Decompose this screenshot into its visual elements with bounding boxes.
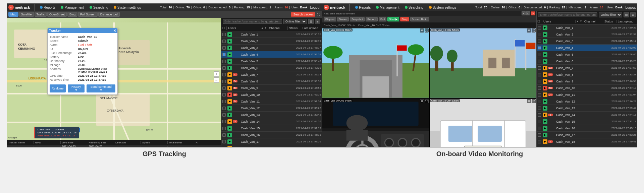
tracker-row[interactable]: ▶ Cash_Van_1 2021-04-23 17:30:35 xyxy=(537,24,637,31)
tracker-row[interactable]: ▶ 34 Cash_Van_8 2021-04-23 17:33:38 xyxy=(537,71,637,78)
tracker-checkbox[interactable] xyxy=(537,46,542,50)
checkbox-input[interactable] xyxy=(222,127,226,130)
checkbox-input[interactable] xyxy=(222,73,226,76)
tracker-row[interactable]: ▶ 12 Cash_Van_7 2021-04-23 17:37:53 xyxy=(537,65,637,71)
satellite-tool-btn[interactable]: Satellite xyxy=(19,12,34,17)
distance-tool-btn[interactable]: Distance tool xyxy=(98,12,120,17)
tracker-checkbox[interactable] xyxy=(221,133,227,137)
checkbox-input[interactable] xyxy=(222,53,226,56)
checkbox-input[interactable] xyxy=(538,127,541,130)
checkbox-input[interactable] xyxy=(538,73,541,76)
tracker-checkbox[interactable] xyxy=(221,40,227,43)
cam1-fullscreen-icon[interactable]: ⛶ xyxy=(425,28,429,33)
realtime-btn[interactable]: Realtime xyxy=(50,84,66,92)
checkbox-input[interactable] xyxy=(222,93,226,96)
full-btn[interactable]: Full xyxy=(379,17,386,21)
tracker-checkbox[interactable] xyxy=(537,26,542,29)
checkbox-input[interactable] xyxy=(222,100,226,103)
checkbox-input[interactable] xyxy=(222,107,226,110)
tracker-row[interactable]: ▶ Cash_Van_6 2021-04-23 17:49:20 xyxy=(537,58,637,65)
tracker-row[interactable]: ▶ Cash_Van_16 2021-04-23 17:45:13 xyxy=(221,132,322,138)
tracker-row[interactable]: ▶ Cash_Van_12 2021-04-23 17:36:22 xyxy=(221,105,322,112)
tracker-row[interactable]: ▶ Cash_Van_2 2021-04-23 17:32:39 xyxy=(221,38,322,45)
tracker-row[interactable]: ▶ Cash_Van_6 2021-04-23 17:49:20 xyxy=(221,65,322,71)
fullscreen-tool-btn[interactable]: Full Screen xyxy=(78,12,98,17)
nav-reports-right[interactable]: Reports xyxy=(354,6,372,9)
checkbox-input[interactable] xyxy=(538,133,541,137)
tracker-row[interactable]: ▶ 24 Cash_Van_11 2021-04-23 17:51:04 xyxy=(221,98,322,105)
tracker-checkbox[interactable] xyxy=(221,120,227,123)
tracker-checkbox[interactable] xyxy=(537,93,542,96)
tracker-checkbox[interactable] xyxy=(221,53,227,56)
minimize-icon[interactable]: − xyxy=(522,11,526,15)
map-tool-btn[interactable]: Map xyxy=(8,12,18,17)
checkbox-input[interactable] xyxy=(538,33,541,36)
tracker-row[interactable]: ▶ Cash_Van_13 2021-04-23 17:39:42 xyxy=(221,112,322,118)
tracker-row[interactable]: ▶ Cash_Van_15 2021-04-23 17:31:19 xyxy=(537,118,637,125)
tracker-checkbox[interactable] xyxy=(537,66,542,70)
tracker-row[interactable]: ▶ Cash_Van_3 2021-04-23 17:45:17 xyxy=(221,45,322,51)
zoom-in-btn[interactable]: + xyxy=(214,71,219,77)
tracker-checkbox[interactable] xyxy=(537,40,542,43)
tracker-filter-select-left[interactable]: Online filter xyxy=(283,19,307,24)
tracker-checkbox[interactable] xyxy=(221,147,227,148)
tracker-checkbox[interactable] xyxy=(221,66,227,70)
checkbox-input[interactable] xyxy=(222,80,226,83)
snapshot-btn[interactable]: Snapshot xyxy=(350,17,365,21)
tracker-row[interactable]: ▶ Cash_Van_4 2021-04-23 17:52:09 xyxy=(537,45,637,51)
panel-grid-btn-right[interactable]: ⊞ xyxy=(624,12,629,17)
checkbox-input[interactable] xyxy=(538,86,541,90)
tracker-row[interactable]: ▶ 24 Cash_Van_11 2021-04-23 17:51:04 xyxy=(537,91,637,98)
stream-btn[interactable]: Stream xyxy=(337,17,349,21)
tracker-row[interactable]: ▶ 58 Cash_Van_10 2021-04-23 17:47:19 xyxy=(537,85,637,91)
map-area[interactable]: KOTA KEMUNING TAMAN EQUINE Universiti Pu… xyxy=(7,18,221,147)
sort-down-btn-right[interactable]: ▼ xyxy=(580,20,582,23)
tracker-checkbox[interactable] xyxy=(537,86,542,90)
nav-reports-left[interactable]: Reports xyxy=(39,6,57,9)
traffic-tool-btn[interactable]: Traffic xyxy=(35,12,47,17)
cam4-fullscreen-icon[interactable]: ⛶ xyxy=(532,99,536,103)
history-btn[interactable]: History ▼ xyxy=(68,84,85,92)
zoom-out-btn[interactable]: − xyxy=(214,77,219,83)
cam2-settings-icon[interactable]: ⚙ xyxy=(527,28,531,33)
tracker-checkbox[interactable] xyxy=(537,60,542,63)
tracker-checkbox[interactable] xyxy=(221,86,227,90)
cam3-settings-icon[interactable]: ⚙ xyxy=(420,99,424,103)
tracker-row[interactable]: ▶ 12 Cash_Van_7 2021-04-23 17:37:53 xyxy=(221,71,322,78)
maximize-icon[interactable]: □ xyxy=(526,11,530,15)
stop-btn[interactable]: Stop xyxy=(400,17,409,21)
tracker-checkbox[interactable] xyxy=(221,33,227,36)
tracker-row[interactable]: ▶ Cash_Van_4 2021-04-23 17:52:09 xyxy=(221,51,322,58)
send-command-btn[interactable]: Send command ▼ xyxy=(87,84,115,92)
tracker-row[interactable]: ▶ Cash_Van_1 2021-04-23 17:30:35 xyxy=(221,31,322,38)
tracker-row[interactable]: ▶ 40 Cash_Van_9 2021-04-23 17:46:58 xyxy=(221,85,322,91)
checkbox-input[interactable] xyxy=(222,140,226,143)
tracker-checkbox[interactable] xyxy=(537,80,542,83)
checkbox-input[interactable] xyxy=(538,100,541,103)
tracker-checkbox[interactable] xyxy=(221,80,227,83)
tracker-checkbox[interactable] xyxy=(221,113,227,117)
tracker-row[interactable]: ▶ 5 Cash_Van_14 2021-04-23 17:44:16 xyxy=(537,112,637,118)
checkbox-input[interactable] xyxy=(538,80,541,83)
tracker-checkbox[interactable] xyxy=(537,53,542,56)
tracker-checkbox[interactable] xyxy=(537,73,542,76)
players-btn[interactable]: Players xyxy=(324,17,336,21)
checkbox-input[interactable] xyxy=(222,133,226,137)
nav-settings-right[interactable]: System settings xyxy=(428,6,458,9)
panel-grid-btn-left[interactable]: ⊞ xyxy=(308,19,314,24)
checkbox-input[interactable] xyxy=(538,46,541,50)
tracker-filter-select-right[interactable]: Online filter xyxy=(599,12,622,17)
tracker-row[interactable]: ▶ 1 Cash_Van_18 2021-04-23 17:49:41 xyxy=(537,138,637,145)
tracker-row[interactable]: ▶ Cash_Van_16 2021-04-23 17:45:13 xyxy=(537,125,637,132)
openstreet-tool-btn[interactable]: OpenStreet xyxy=(47,12,67,17)
panel-list-btn-right[interactable]: ≡ xyxy=(630,12,636,17)
tracker-row[interactable]: ▶ Cash_Van_2 2021-04-23 17:32:39 xyxy=(537,31,637,38)
tracker-checkbox[interactable] xyxy=(221,60,227,63)
sort-up-btn[interactable]: ▲ xyxy=(261,26,264,29)
tracker-row[interactable]: ▶ 1 Cash_Van_18 2021-04-23 17:49:41 xyxy=(221,145,322,147)
checkbox-input[interactable] xyxy=(222,60,226,63)
tracker-search-input-left[interactable] xyxy=(223,19,282,24)
nav-management-left[interactable]: Management xyxy=(59,6,85,9)
cam3-fullscreen-icon[interactable]: ⛶ xyxy=(425,99,429,103)
tracker-row[interactable]: ▶ 58 Cash_Van_10 2021-04-23 17:47:19 xyxy=(221,91,322,98)
